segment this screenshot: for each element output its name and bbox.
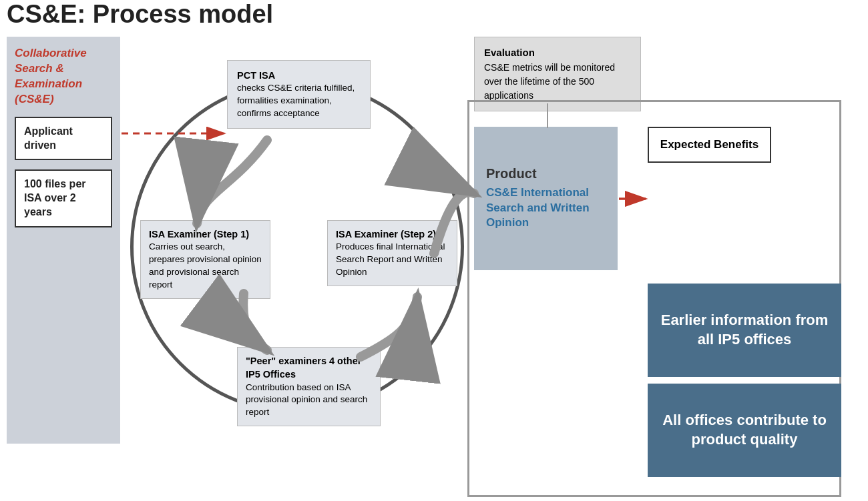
isa-step1-text: Carries out search, prepares provisional… [149,241,262,292]
evaluation-title: Evaluation [484,45,631,61]
cs-label: Collaborative Search & Examination (CS&E… [15,46,112,107]
evaluation-text: CS&E metrics will be monitored over the … [484,61,631,103]
earlier-info-box: Earlier information from all IP5 offices [648,284,841,377]
product-box: Product CS&E International Search and Wr… [474,127,618,270]
all-offices-box: All offices contribute to product qualit… [648,384,841,477]
isa-step1-title: ISA Examiner (Step 1) [149,227,262,241]
product-label: Product [486,166,606,181]
product-title: CS&E International Search and Written Op… [486,185,606,231]
pct-isa-box: PCT ISA checks CS&E criteria fulfilled, … [227,60,371,129]
isa-step1-box: ISA Examiner (Step 1) Carries out search… [140,220,270,299]
peer-examiners-text: Contribution based on ISA provisional op… [246,382,372,420]
peer-examiners-title: "Peer" examiners 4 other IP5 Offices [246,354,372,382]
applicant-driven-box: Applicant driven [15,117,112,161]
files-per-isa-box: 100 files per ISA over 2 years [15,169,112,227]
left-sidebar: Collaborative Search & Examination (CS&E… [7,37,120,444]
pct-isa-text: checks CS&E criteria fulfilled, formalit… [237,82,361,120]
isa-step2-title: ISA Examiner (Step 2) [336,227,449,241]
peer-examiners-box: "Peer" examiners 4 other IP5 Offices Con… [237,347,381,426]
isa-step2-text: Produces final International Search Repo… [336,241,449,279]
expected-benefits-box: Expected Benefits [648,127,771,163]
page-title: CS&E: Process model [7,0,273,29]
pct-isa-title: PCT ISA [237,69,361,82]
isa-step2-box: ISA Examiner (Step 2) Produces final Int… [327,220,457,286]
